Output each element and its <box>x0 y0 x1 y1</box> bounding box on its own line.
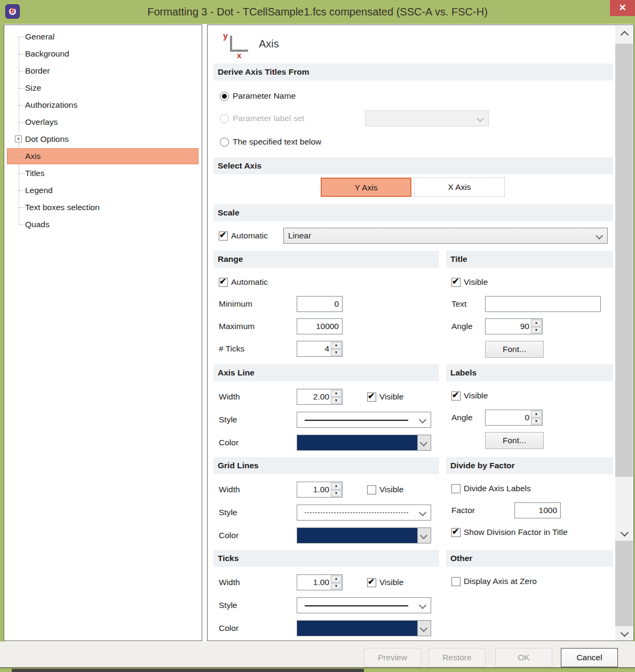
spin-down-icon[interactable]: ▼ <box>331 397 342 404</box>
specified-text-label: The specified text below <box>233 137 321 147</box>
range-section: Range ✔ Automatic Minimum Maximum # Tick… <box>213 251 439 358</box>
cancel-button[interactable]: Cancel <box>561 648 618 667</box>
title-text-label: Text <box>451 299 485 309</box>
ticks-width-stepper[interactable]: 1.00 ▲▼ <box>297 574 343 590</box>
spin-up-icon[interactable]: ▲ <box>331 342 342 349</box>
range-automatic-checkbox[interactable]: ✔ <box>219 278 228 287</box>
sidebar-item-border[interactable]: Border <box>4 62 202 79</box>
window-title: Formatting 3 - Dot - TCellSample1.fcs co… <box>0 0 635 24</box>
parameter-label-set-dropdown[interactable] <box>365 110 489 126</box>
spin-down-icon[interactable]: ▼ <box>331 349 342 356</box>
maximum-label: Maximum <box>219 322 297 331</box>
divide-by-factor-section: Divide by Factor Divide Axis Labels Fact… <box>446 457 613 543</box>
sidebar-item-legend[interactable]: Legend <box>4 182 202 199</box>
labels-angle-stepper[interactable]: 0 ▲▼ <box>485 410 543 426</box>
axis-icon: y x <box>223 31 251 59</box>
divide-axis-labels-label: Divide Axis Labels <box>464 484 531 493</box>
spin-down-icon[interactable]: ▼ <box>531 418 542 425</box>
sidebar-item-axis[interactable]: Axis <box>7 148 199 164</box>
spin-up-icon[interactable]: ▲ <box>531 319 542 326</box>
spin-up-icon[interactable]: ▲ <box>331 390 342 397</box>
sidebar-item-quads[interactable]: Quads <box>4 216 202 233</box>
sidebar-item-label: Dot Options <box>25 134 69 144</box>
sidebar-item-general[interactable]: General <box>4 28 202 45</box>
x-axis-button[interactable]: X Axis <box>414 178 505 197</box>
title-text-input[interactable] <box>485 296 601 312</box>
vertical-scrollbar[interactable] <box>615 26 633 641</box>
scrollbar-thumb-lower[interactable] <box>615 541 633 626</box>
ticks-visible-checkbox[interactable]: ✔ <box>367 578 376 587</box>
close-icon[interactable]: ✕ <box>610 0 635 16</box>
labels-angle-value: 0 <box>486 410 529 425</box>
navy-color-swatch <box>297 621 418 636</box>
num-ticks-stepper[interactable]: 4 ▲▼ <box>297 341 343 357</box>
specified-text-radio[interactable] <box>220 138 229 147</box>
divide-axis-labels-checkbox[interactable] <box>451 484 461 493</box>
grid-lines-color-dropdown[interactable] <box>297 527 431 543</box>
labels-angle-label: Angle <box>451 413 485 422</box>
checkmark-icon: ✔ <box>452 276 459 286</box>
parameter-name-radio[interactable] <box>220 92 229 101</box>
sidebar-item-overlays[interactable]: Overlays <box>4 114 202 131</box>
scroll-down-button-lower[interactable] <box>615 628 633 640</box>
page-title: Axis <box>259 38 279 50</box>
scale-automatic-checkbox[interactable]: ✔ <box>219 231 228 241</box>
parameter-label-set-radio[interactable] <box>220 114 229 123</box>
sidebar-item-dot-options[interactable]: +Dot Options <box>4 131 202 148</box>
show-division-factor-checkbox[interactable]: ✔ <box>451 528 461 537</box>
scroll-up-button[interactable] <box>615 28 633 39</box>
spin-up-icon[interactable]: ▲ <box>531 411 542 418</box>
preview-button[interactable]: Preview <box>364 648 421 667</box>
color-chevron-box <box>417 528 431 543</box>
sidebar-item-size[interactable]: Size <box>4 79 202 97</box>
axis-line-style-dropdown[interactable] <box>297 412 431 428</box>
axis-line-width-stepper[interactable]: 2.00 ▲▼ <box>297 389 343 405</box>
ticks-color-dropdown[interactable] <box>297 620 431 636</box>
labels-visible-checkbox[interactable]: ✔ <box>451 391 461 401</box>
restore-button[interactable]: Restore <box>428 648 486 667</box>
labels-font-button[interactable]: Font... <box>485 432 544 449</box>
scale-type-dropdown[interactable]: Linear <box>283 228 608 244</box>
title-font-button[interactable]: Font... <box>485 341 544 358</box>
maximum-input[interactable] <box>297 318 343 334</box>
chevron-down-icon <box>420 625 427 632</box>
tree-stub <box>19 105 25 106</box>
factor-input[interactable] <box>514 502 561 518</box>
chevron-up-icon <box>621 31 629 39</box>
grid-lines-width-label: Width <box>219 485 297 494</box>
minimum-input[interactable] <box>297 296 343 312</box>
grid-lines-width-stepper[interactable]: 1.00 ▲▼ <box>297 482 343 498</box>
color-chevron-box <box>417 621 431 636</box>
spin-down-icon[interactable]: ▼ <box>331 490 342 497</box>
radio-row-specified-text: The specified text below <box>213 135 613 149</box>
title-angle-stepper[interactable]: 90 ▲▼ <box>485 318 543 334</box>
ticks-style-dropdown[interactable] <box>297 597 431 613</box>
y-axis-button[interactable]: Y Axis <box>321 178 411 197</box>
spin-up-icon[interactable]: ▲ <box>331 575 342 582</box>
title-section: Title ✔ Visible Text Angle 90 ▲▼ <box>446 251 613 358</box>
ok-button[interactable]: OK <box>495 648 552 667</box>
sidebar-item-titles[interactable]: Titles <box>4 165 202 182</box>
sidebar-item-text-boxes-selection[interactable]: Text boxes selection <box>4 199 202 216</box>
sidebar-item-label: Axis <box>25 151 41 161</box>
scroll-down-button[interactable] <box>615 528 633 540</box>
title-visible-checkbox[interactable]: ✔ <box>451 278 461 287</box>
grid-lines-visible-checkbox[interactable] <box>367 485 376 494</box>
tree-stub <box>19 88 25 89</box>
other-section: Other Display Axis at Zero <box>446 550 613 636</box>
expand-plus-icon[interactable]: + <box>15 135 22 142</box>
sidebar-item-background[interactable]: Background <box>4 45 202 62</box>
display-axis-at-zero-checkbox[interactable] <box>451 577 461 586</box>
scrollbar-thumb[interactable] <box>615 44 633 477</box>
spin-down-icon[interactable]: ▼ <box>531 327 542 334</box>
axis-line-visible-checkbox[interactable]: ✔ <box>367 393 376 402</box>
sidebar-item-authorizations[interactable]: Authorizations <box>4 97 202 114</box>
spin-up-icon[interactable]: ▲ <box>331 483 342 490</box>
display-axis-at-zero-row: Display Axis at Zero <box>446 574 613 588</box>
spin-down-icon[interactable]: ▼ <box>331 583 342 590</box>
axis-line-width-value: 2.00 <box>297 389 329 404</box>
sidebar-item-label: Background <box>25 49 69 59</box>
display-axis-at-zero-label: Display Axis at Zero <box>464 577 537 586</box>
axis-line-color-dropdown[interactable] <box>297 435 431 451</box>
grid-lines-style-dropdown[interactable] <box>297 505 431 521</box>
